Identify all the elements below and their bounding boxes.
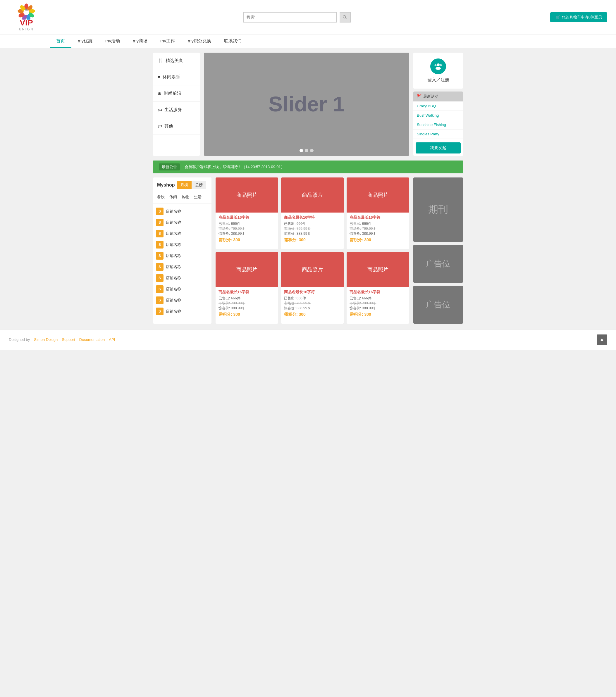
activity-box: 🚩 最新活动 Crazy BBQ BushWalking Sunshine Fi… [413,91,463,156]
sidebar-label-other: 其他 [164,123,173,129]
nav-item-shangchang[interactable]: my商场 [126,35,154,48]
sidebar-item-food[interactable]: 🍴 精选美食 [153,53,200,69]
flag-icon: 🚩 [417,94,422,99]
product-card[interactable]: 商品照片 商品名最长16字符 已售出: 666件 市场价: 799.99＄ 惊喜… [347,252,409,324]
product-card[interactable]: 商品照片 商品名最长16字符 已售出: 666件 市场价: 799.99＄ 惊喜… [281,177,344,249]
shop-avatar: S [156,274,163,282]
shop-row[interactable]: S店铺名称 [156,250,208,261]
footer-support-link[interactable]: Support [62,337,75,342]
shop-name: 店铺名称 [166,242,181,247]
footer-designed-by: Designed by [9,337,30,342]
product-name: 商品名最长16字符 [284,290,341,295]
product-points: 需积分: 300 [284,237,341,243]
ad-box-2[interactable]: 广告位 [413,286,463,324]
dot-3[interactable] [310,149,313,152]
ticker-bar: 最新公告 会员客户端即将上线，尽请期待！（14:23:57 2013-09-01… [153,161,463,173]
start-activity-button[interactable]: 我要发起 [416,143,461,153]
myshop-cat-leisure[interactable]: 休闲 [170,194,177,200]
product-card[interactable]: 商品照片 商品名最长16字符 已售出: 666件 市场价: 799.99＄ 惊喜… [281,252,344,324]
product-card[interactable]: 商品照片 商品名最长16字符 已售出: 666件 市场价: 799.99＄ 惊喜… [216,177,278,249]
shop-avatar: S [156,208,163,215]
shop-row[interactable]: S店铺名称 [156,217,208,228]
product-info: 商品名最长16字符 已售出: 666件 市场价: 799.99＄ 惊喜价: 38… [216,212,278,245]
nav-item-jifen[interactable]: my积分兑换 [181,35,218,48]
nav-item-contact[interactable]: 联系我们 [218,35,248,48]
shop-row[interactable]: S店铺名称 [156,206,208,217]
shop-name: 店铺名称 [166,286,181,292]
footer-links: Designed by Simon Design Support Documen… [9,337,115,342]
product-name: 商品名最长16字符 [219,215,275,220]
shop-list: S店铺名称 S店铺名称 S店铺名称 S店铺名称 S店铺名称 S店铺名称 S店铺名… [153,204,211,319]
product-points: 需积分: 300 [219,237,275,243]
product-image: 商品照片 [347,252,409,287]
cart-button[interactable]: 🛒 您的购物车中有0件宝贝 [550,12,607,22]
activity-item-4[interactable]: Singles Party [413,130,463,139]
product-surprise: 惊喜价: 388.99＄ [350,306,406,311]
shop-name: 店铺名称 [166,253,181,258]
activity-item-3[interactable]: Sunshine Fishing [413,120,463,130]
main-layout: 🍴 精选美食 ♥ 休闲娱乐 ⊞ 时尚前沿 🏷 生活服务 🏷 其他 Slider … [153,48,463,161]
footer-designer-link[interactable]: Simon Design [34,337,58,342]
product-market: 市场价: 799.99＄ [219,301,275,306]
shop-row[interactable]: S店铺名称 [156,295,208,306]
product-card[interactable]: 商品照片 商品名最长16字符 已售出: 666件 市场价: 799.99＄ 惊喜… [347,177,409,249]
ad-box-1[interactable]: 广告位 [413,245,463,283]
svg-point-14 [436,67,441,70]
product-points: 需积分: 300 [350,237,406,243]
shop-row[interactable]: S店铺名称 [156,228,208,239]
myshop-cat-food[interactable]: 餐饮 [157,194,165,200]
product-card[interactable]: 商品照片 商品名最长16字符 已售出: 666件 市场价: 799.99＄ 惊喜… [216,252,278,324]
product-image: 商品照片 [216,252,278,287]
shop-row[interactable]: S店铺名称 [156,239,208,250]
product-info: 商品名最长16字符 已售出: 666件 市场价: 799.99＄ 惊喜价: 38… [347,287,409,320]
activity-item-2[interactable]: BushWalking [413,111,463,120]
footer-api-link[interactable]: API [109,337,115,342]
svg-point-13 [437,63,440,66]
search-button[interactable] [340,12,351,23]
myshop-cat-life[interactable]: 生活 [194,194,202,200]
shop-row[interactable]: S店铺名称 [156,306,208,317]
product-surprise: 惊喜价: 388.99＄ [284,231,341,236]
sidebar-item-fashion[interactable]: ⊞ 时尚前沿 [153,85,200,102]
tag-icon: 🏷 [158,107,162,112]
sidebar-item-leisure[interactable]: ♥ 休闲娱乐 [153,69,200,85]
myshop-title: Myshop [157,182,175,188]
product-sold: 已售出: 666件 [350,221,406,226]
product-sold: 已售出: 666件 [219,221,275,226]
login-label[interactable]: 登入／注册 [416,77,460,83]
product-image: 商品照片 [347,177,409,212]
myshop-tab-monthly[interactable]: 月榜 [177,181,192,189]
search-input[interactable] [243,12,337,23]
logo-union: UNION [19,28,34,31]
shop-row[interactable]: S店铺名称 [156,284,208,295]
product-surprise: 惊喜价: 388.99＄ [219,231,275,236]
activity-item-1[interactable]: Crazy BBQ [413,102,463,111]
sidebar-item-other[interactable]: 🏷 其他 [153,118,200,134]
scroll-to-top-button[interactable]: ▲ [597,335,607,345]
sidebar-label-leisure: 休闲娱乐 [163,74,180,80]
nav-item-huodong[interactable]: my活动 [99,35,126,48]
dot-1[interactable] [299,149,303,152]
myshop-cat-shopping[interactable]: 购物 [182,194,189,200]
myshop-categories: 餐饮 休闲 购物 生活 [153,193,211,204]
product-surprise: 惊喜价: 388.99＄ [350,231,406,236]
product-info: 商品名最长16字符 已售出: 666件 市场价: 799.99＄ 惊喜价: 38… [347,212,409,245]
cart-label: 您的购物车中有0件宝贝 [562,15,602,20]
activity-header: 🚩 最新活动 [413,91,463,102]
nav-item-gongzuo[interactable]: my工作 [154,35,181,48]
footer-docs-link[interactable]: Documentation [79,337,105,342]
shop-row[interactable]: S店铺名称 [156,261,208,272]
shop-avatar: S [156,263,163,271]
activity-title: 最新活动 [423,94,438,99]
shop-row[interactable]: S店铺名称 [156,272,208,284]
product-sold: 已售出: 666件 [284,296,341,301]
logo-vip: VIP [19,18,33,28]
nav-item-youhui[interactable]: my优惠 [71,35,99,48]
login-icon [430,58,446,74]
nav-item-home[interactable]: 首页 [50,35,71,48]
ad-box-journal[interactable]: 期刊 [413,177,463,242]
myshop-header: Myshop 月榜 总榜 [153,177,211,193]
sidebar-item-life[interactable]: 🏷 生活服务 [153,102,200,118]
dot-2[interactable] [305,149,308,152]
myshop-tab-total[interactable]: 总榜 [192,181,206,189]
